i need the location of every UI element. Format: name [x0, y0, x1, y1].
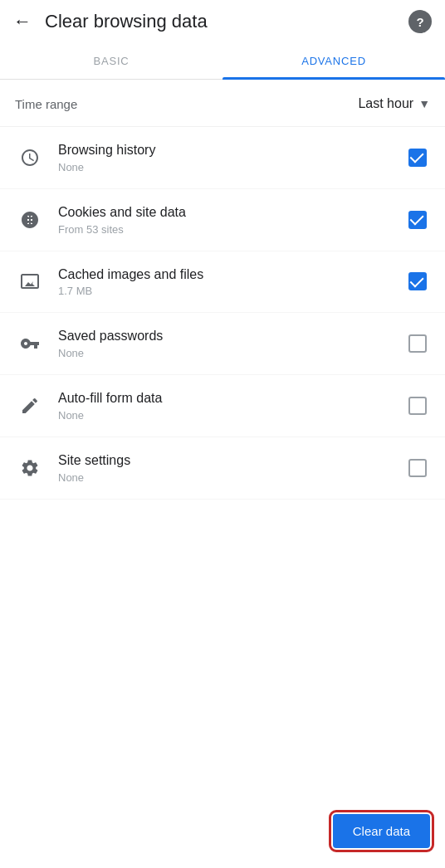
browsing-history-checkbox[interactable] — [405, 145, 430, 170]
item-title: Cookies and site data — [58, 204, 405, 222]
item-text: Auto-fill form data None — [58, 390, 405, 422]
item-text: Browsing history None — [58, 142, 405, 173]
key-icon — [15, 329, 45, 358]
item-title: Site settings — [58, 452, 405, 470]
tab-basic[interactable]: BASIC — [0, 43, 222, 79]
settings-icon — [15, 453, 45, 483]
item-text: Cookies and site data From 53 sites — [58, 204, 405, 236]
checkbox-checked-icon — [408, 272, 427, 290]
list-item: Browsing history None — [0, 127, 445, 189]
page-title: Clear browsing data — [45, 11, 208, 32]
tabs: BASIC ADVANCED — [0, 43, 445, 80]
item-subtitle: 1.7 MB — [58, 285, 405, 297]
time-range-select[interactable]: Last hour ▼ — [358, 96, 430, 111]
time-range-value: Last hour — [358, 96, 413, 111]
item-subtitle: None — [58, 347, 405, 359]
list-item: Site settings None — [0, 437, 445, 500]
clock-icon — [15, 143, 45, 173]
checkbox-unchecked-icon — [408, 397, 427, 415]
item-title: Auto-fill form data — [58, 390, 405, 407]
checkbox-unchecked-icon — [408, 334, 427, 353]
item-title: Saved passwords — [58, 328, 405, 345]
autofill-checkbox[interactable] — [405, 393, 430, 418]
item-subtitle: None — [58, 161, 405, 173]
item-subtitle: None — [58, 409, 405, 422]
help-button[interactable]: ? — [408, 10, 432, 33]
item-text: Saved passwords None — [58, 328, 405, 359]
list-item: Saved passwords None — [0, 313, 445, 375]
cached-images-checkbox[interactable] — [405, 269, 430, 294]
pencil-icon — [15, 391, 45, 421]
clear-data-button[interactable]: Clear data — [333, 814, 430, 848]
list-item: Auto-fill form data None — [0, 375, 445, 437]
item-title: Browsing history — [58, 142, 405, 159]
time-range-label: Time range — [15, 97, 77, 111]
dropdown-arrow-icon: ▼ — [418, 97, 430, 110]
cookie-icon — [15, 205, 45, 235]
image-icon — [15, 266, 45, 296]
item-subtitle: None — [58, 471, 405, 484]
site-settings-checkbox[interactable] — [405, 456, 430, 480]
list-item: Cached images and files 1.7 MB — [0, 251, 445, 314]
item-text: Cached images and files 1.7 MB — [58, 266, 405, 298]
time-range-row: Time range Last hour ▼ — [0, 80, 445, 127]
saved-passwords-checkbox[interactable] — [405, 331, 430, 356]
checkbox-unchecked-icon — [408, 459, 427, 477]
cookies-checkbox[interactable] — [405, 207, 430, 232]
item-title: Cached images and files — [58, 266, 405, 284]
item-text: Site settings None — [58, 452, 405, 484]
header: ← Clear browsing data ? — [0, 0, 445, 43]
checkbox-checked-icon — [408, 149, 427, 167]
list-item: Cookies and site data From 53 sites — [0, 189, 445, 251]
back-button[interactable]: ← — [13, 11, 32, 32]
checkbox-list: Browsing history None Cookies and site d… — [0, 127, 445, 500]
checkbox-checked-icon — [408, 211, 427, 229]
tab-advanced[interactable]: ADVANCED — [222, 43, 445, 79]
bottom-area: Clear data — [0, 801, 445, 868]
header-left: ← Clear browsing data — [13, 11, 208, 32]
item-subtitle: From 53 sites — [58, 223, 405, 236]
